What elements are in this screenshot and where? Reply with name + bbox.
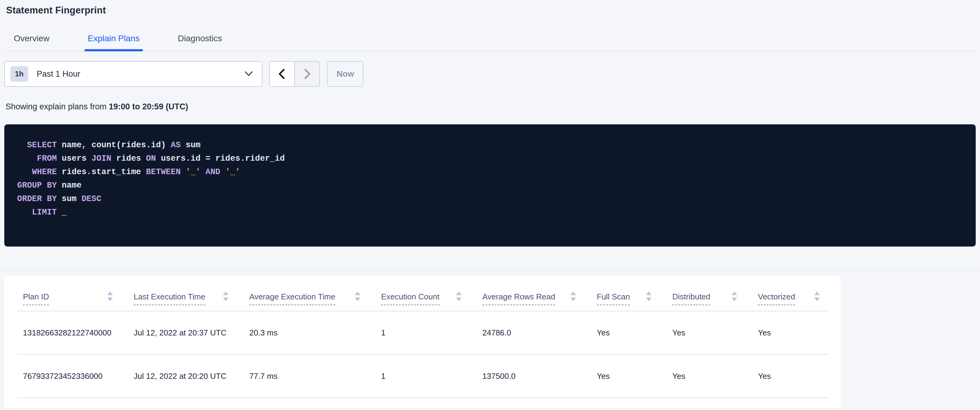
sort-icon[interactable] xyxy=(223,291,229,302)
sort-icon[interactable] xyxy=(107,291,113,302)
table-row: 767933723452336000Jul 12, 2022 at 20:20 … xyxy=(4,355,840,397)
cell-average-rows-read: 137500.0 xyxy=(482,372,597,381)
summary-text: Showing explain plans from 19:00 to 20:5… xyxy=(5,102,976,111)
column-header-label: Vectorized xyxy=(758,292,795,305)
column-header-average-rows-read[interactable]: Average Rows Read xyxy=(482,291,597,311)
cell-full-scan: Yes xyxy=(597,372,672,381)
sort-icon[interactable] xyxy=(570,291,577,302)
cell-plan-id: 767933723452336000 xyxy=(4,372,134,381)
column-header-label: Last Execution Time xyxy=(134,292,205,305)
page-title: Statement Fingerprint xyxy=(6,5,976,16)
next-time-button[interactable] xyxy=(295,62,319,86)
column-header-label: Full Scan xyxy=(597,292,630,305)
time-range-badge: 1h xyxy=(10,66,28,82)
cell-last-execution-time: Jul 12, 2022 at 20:37 UTC xyxy=(134,328,249,337)
table-body: 13182663282122740000Jul 12, 2022 at 20:3… xyxy=(4,311,840,398)
explain-plans-table: Plan IDLast Execution TimeAverage Execut… xyxy=(4,276,840,408)
sort-icon[interactable] xyxy=(814,291,820,302)
sql-line: ORDER BY sum DESC xyxy=(17,192,964,206)
column-header-average-execution-time[interactable]: Average Execution Time xyxy=(249,291,381,311)
column-header-label: Plan ID xyxy=(23,292,49,305)
sort-icon[interactable] xyxy=(645,291,652,302)
chevron-left-icon xyxy=(277,68,287,80)
time-range-dropdown[interactable]: 1h Past 1 Hour xyxy=(4,61,262,87)
time-range-label: Past 1 Hour xyxy=(37,70,80,79)
column-header-distributed[interactable]: Distributed xyxy=(672,291,758,311)
column-header-execution-count[interactable]: Execution Count xyxy=(381,291,482,311)
cell-average-execution-time: 77.7 ms xyxy=(249,372,381,381)
cell-average-execution-time: 20.3 ms xyxy=(249,328,381,337)
column-header-label: Distributed xyxy=(672,292,710,305)
page: Statement Fingerprint Overview Explain P… xyxy=(0,5,980,408)
cell-average-rows-read: 24786.0 xyxy=(482,328,597,337)
cell-vectorized: Yes xyxy=(758,372,840,381)
column-header-plan-id[interactable]: Plan ID xyxy=(4,291,134,311)
summary-prefix: Showing explain plans from xyxy=(5,102,109,111)
cell-execution-count: 1 xyxy=(381,372,482,381)
column-header-vectorized[interactable]: Vectorized xyxy=(758,291,840,311)
sql-line: LIMIT _ xyxy=(17,206,964,219)
summary-range: 19:00 to 20:59 (UTC) xyxy=(109,102,188,111)
tab-overview[interactable]: Overview xyxy=(10,29,53,51)
chevron-right-icon xyxy=(302,68,312,80)
sort-icon[interactable] xyxy=(455,291,462,302)
cell-execution-count: 1 xyxy=(381,328,482,337)
column-header-last-execution-time[interactable]: Last Execution Time xyxy=(134,291,249,311)
table-header-row: Plan IDLast Execution TimeAverage Execut… xyxy=(4,276,840,311)
table-row: 13182663282122740000Jul 12, 2022 at 20:3… xyxy=(4,311,840,354)
sql-line: GROUP BY name xyxy=(17,179,964,192)
sort-icon[interactable] xyxy=(354,291,361,302)
row-divider xyxy=(17,397,828,398)
now-button[interactable]: Now xyxy=(327,61,363,87)
cell-full-scan: Yes xyxy=(597,328,672,337)
column-header-label: Average Rows Read xyxy=(482,292,555,305)
column-header-full-scan[interactable]: Full Scan xyxy=(597,291,672,311)
sql-line: SELECT name, count(rides.id) AS sum xyxy=(17,138,964,152)
tab-bar: Overview Explain Plans Diagnostics xyxy=(4,29,976,51)
chevron-down-icon xyxy=(244,71,253,77)
tab-diagnostics[interactable]: Diagnostics xyxy=(174,29,226,51)
sql-line: WHERE rides.start_time BETWEEN '_' AND '… xyxy=(17,165,964,179)
cell-vectorized: Yes xyxy=(758,328,840,337)
cell-distributed: Yes xyxy=(672,328,758,337)
time-controls: 1h Past 1 Hour Now xyxy=(4,61,976,87)
cell-last-execution-time: Jul 12, 2022 at 20:20 UTC xyxy=(134,372,249,381)
column-header-label: Execution Count xyxy=(381,292,439,305)
sql-statement-box: SELECT name, count(rides.id) AS sum FROM… xyxy=(4,124,976,247)
tab-explain-plans[interactable]: Explain Plans xyxy=(84,29,143,51)
cell-distributed: Yes xyxy=(672,372,758,381)
sql-line: FROM users JOIN rides ON users.id = ride… xyxy=(17,152,964,165)
sort-icon[interactable] xyxy=(731,291,738,302)
cell-plan-id: 13182663282122740000 xyxy=(4,328,134,337)
column-header-label: Average Execution Time xyxy=(249,292,335,305)
time-nav-group xyxy=(269,61,320,87)
prev-time-button[interactable] xyxy=(270,62,295,86)
section-divider xyxy=(0,270,980,271)
